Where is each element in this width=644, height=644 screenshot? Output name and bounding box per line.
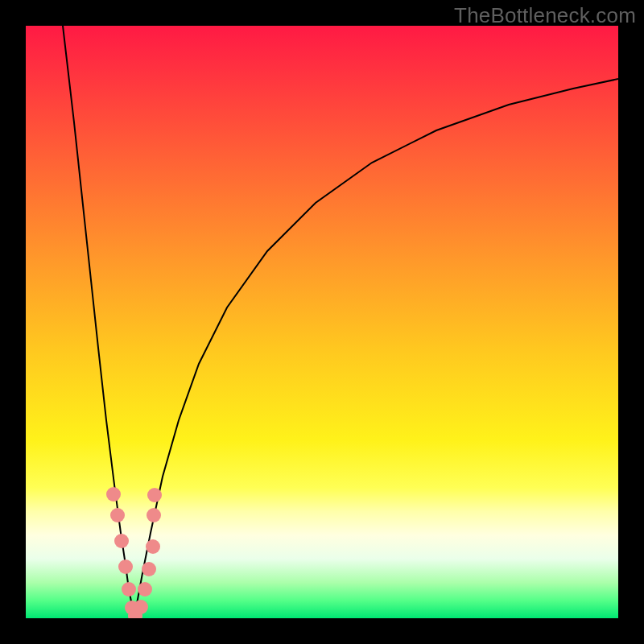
chart-svg: [26, 26, 618, 618]
gradient-background: [26, 26, 618, 618]
marker-dot: [106, 487, 121, 502]
marker-dot: [147, 488, 162, 502]
marker-dot: [142, 562, 156, 576]
marker-dot: [147, 508, 161, 522]
chart-frame: TheBottleneck.com: [0, 0, 644, 644]
marker-dot: [134, 600, 148, 614]
marker-dot: [122, 582, 136, 597]
marker-dot: [114, 534, 129, 548]
plot-area: [26, 26, 618, 618]
watermark-text: TheBottleneck.com: [454, 3, 636, 28]
marker-dot: [138, 582, 152, 597]
marker-dot: [118, 559, 133, 574]
marker-dot: [110, 508, 125, 522]
marker-dot: [146, 539, 160, 554]
